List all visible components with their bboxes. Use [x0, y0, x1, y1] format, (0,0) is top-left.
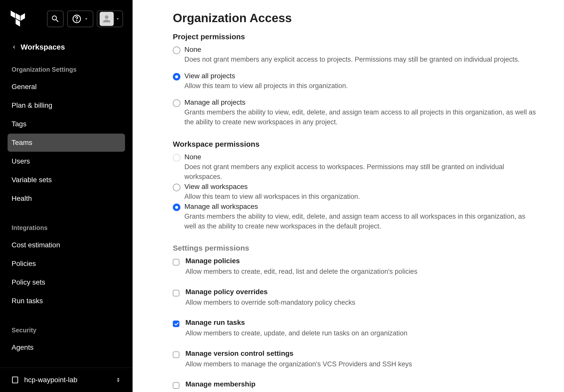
- nav-item-policies[interactable]: Policies: [8, 255, 125, 273]
- chevron-left-icon: [11, 44, 17, 50]
- manage-policies-desc: Allow members to create, edit, read, lis…: [185, 266, 539, 277]
- workspace-view-desc: Allow this team to view all workspaces i…: [184, 192, 539, 202]
- org-name: hcp-waypoint-lab: [24, 376, 77, 384]
- org-switcher[interactable]: hcp-waypoint-lab: [0, 368, 133, 392]
- project-view-label: View all projects: [184, 72, 539, 80]
- search-button[interactable]: [47, 11, 64, 27]
- workspace-manage-label: Manage all workspaces: [184, 203, 539, 211]
- nav-item-teams[interactable]: Teams: [8, 134, 125, 152]
- nav-scroll: Organization Settings General Plan & bil…: [0, 61, 133, 368]
- project-none-label: None: [184, 46, 539, 54]
- manage-vcs-label: Manage version control settings: [185, 349, 539, 358]
- project-perm-view: View all projects Allow this team to vie…: [173, 72, 539, 91]
- sidebar: Workspaces Organization Settings General…: [0, 0, 133, 392]
- nav-item-tags[interactable]: Tags: [8, 115, 125, 133]
- radio-workspace-none: [173, 154, 180, 162]
- workspace-permissions-heading: Workspace permissions: [173, 140, 539, 148]
- workspace-perm-view: View all workspaces Allow this team to v…: [173, 183, 539, 202]
- sort-icon: [115, 377, 122, 383]
- setting-manage-vcs: Manage version control settings Allow me…: [173, 349, 539, 369]
- chevron-down-icon: [84, 16, 89, 21]
- manage-vcs-desc: Allow members to manage the organization…: [185, 359, 539, 369]
- nav-item-users[interactable]: Users: [8, 152, 125, 170]
- radio-workspace-view[interactable]: [173, 184, 180, 191]
- nav-item-run-tasks[interactable]: Run tasks: [8, 292, 125, 310]
- manage-policy-overrides-desc: Allow members to override soft-mandatory…: [185, 297, 539, 308]
- nav-section-label-integrations: Integrations: [8, 220, 125, 236]
- project-permissions-section: Project permissions None Does not grant …: [173, 32, 539, 127]
- checkbox-manage-policy-overrides[interactable]: [173, 290, 179, 296]
- avatar: [100, 12, 114, 26]
- nav-item-variable-sets[interactable]: Variable sets: [8, 171, 125, 189]
- workspace-manage-desc: Grants members the ability to view, edit…: [184, 212, 539, 231]
- user-menu-button[interactable]: [97, 11, 123, 27]
- project-view-desc: Allow this team to view all projects in …: [184, 81, 539, 91]
- chevron-down-icon: [115, 16, 120, 21]
- checkbox-manage-vcs[interactable]: [173, 351, 179, 358]
- project-manage-desc: Grants members the ability to view, edit…: [184, 107, 539, 127]
- radio-workspace-manage[interactable]: [173, 204, 180, 211]
- project-none-desc: Does not grant members any explicit acce…: [184, 55, 539, 64]
- nav-section-label-security: Security: [8, 322, 125, 338]
- workspace-view-label: View all workspaces: [184, 183, 539, 191]
- page-title: Organization Access: [173, 11, 539, 25]
- manage-policies-label: Manage policies: [185, 257, 539, 265]
- manage-membership-label: Manage membership: [185, 380, 539, 388]
- workspace-perm-manage: Manage all workspaces Grants members the…: [173, 203, 539, 231]
- sidebar-top-bar: [0, 0, 133, 35]
- setting-manage-policies: Manage policies Allow members to create,…: [173, 257, 539, 277]
- setting-manage-membership: Manage membership Allow members to add a…: [173, 380, 539, 392]
- nav-item-agents[interactable]: Agents: [8, 338, 125, 357]
- settings-permissions-heading: Settings permissions: [173, 244, 539, 252]
- terraform-logo[interactable]: [10, 10, 27, 28]
- radio-project-none[interactable]: [173, 47, 180, 54]
- main-content: Organization Access Project permissions …: [133, 0, 564, 392]
- radio-project-manage[interactable]: [173, 99, 180, 107]
- nav-item-general[interactable]: General: [8, 78, 125, 96]
- project-perm-none: None Does not grant members any explicit…: [173, 46, 539, 64]
- manage-policy-overrides-label: Manage policy overrides: [185, 288, 539, 296]
- building-icon: [11, 376, 19, 384]
- manage-membership-desc: Allow members to add and remove users fr…: [185, 390, 539, 392]
- workspace-permissions-section: Workspace permissions None Does not gran…: [173, 140, 539, 231]
- manage-run-tasks-label: Manage run tasks: [185, 319, 539, 327]
- checkbox-manage-run-tasks[interactable]: [173, 321, 179, 327]
- nav-item-plan-billing[interactable]: Plan & billing: [8, 96, 125, 114]
- settings-permissions-section: Settings permissions Manage policies All…: [173, 244, 539, 392]
- nav-item-policy-sets[interactable]: Policy sets: [8, 273, 125, 291]
- help-icon: [72, 14, 82, 24]
- breadcrumb-label: Workspaces: [21, 43, 65, 51]
- checkbox-manage-membership[interactable]: [173, 382, 179, 389]
- nav-item-cost-estimation[interactable]: Cost estimation: [8, 236, 125, 254]
- radio-project-view[interactable]: [173, 73, 180, 81]
- workspace-none-desc: Does not grant members any explicit acce…: [184, 162, 539, 182]
- help-button[interactable]: [67, 11, 93, 27]
- breadcrumb-back[interactable]: Workspaces: [0, 35, 133, 61]
- checkbox-manage-policies[interactable]: [173, 259, 179, 265]
- workspace-perm-none: None Does not grant members any explicit…: [173, 153, 539, 182]
- project-perm-manage: Manage all projects Grants members the a…: [173, 98, 539, 127]
- svg-rect-2: [12, 377, 18, 383]
- project-permissions-heading: Project permissions: [173, 32, 539, 41]
- manage-run-tasks-desc: Allow members to create, update, and del…: [185, 328, 539, 338]
- nav-section-label-org-settings: Organization Settings: [8, 61, 125, 78]
- setting-manage-policy-overrides: Manage policy overrides Allow members to…: [173, 288, 539, 308]
- project-manage-label: Manage all projects: [184, 98, 539, 106]
- setting-manage-run-tasks: Manage run tasks Allow members to create…: [173, 319, 539, 338]
- svg-point-1: [76, 21, 77, 21]
- nav-item-health[interactable]: Health: [8, 189, 125, 208]
- workspace-none-label: None: [184, 153, 539, 161]
- search-icon: [51, 14, 60, 23]
